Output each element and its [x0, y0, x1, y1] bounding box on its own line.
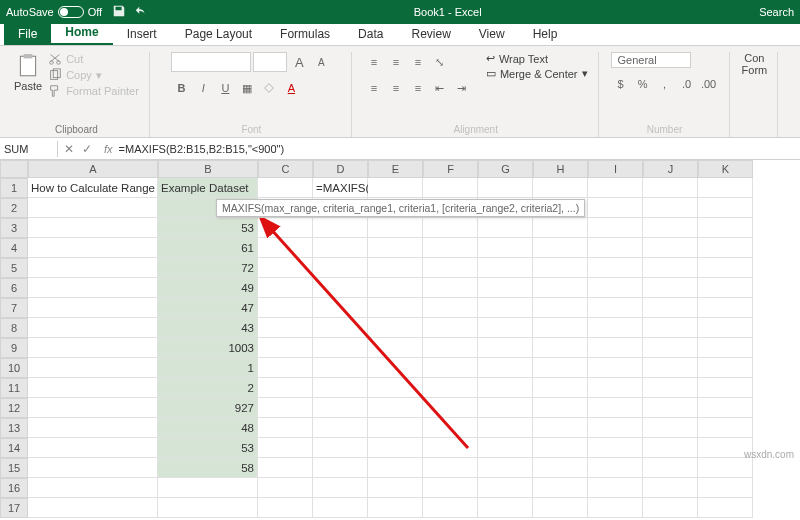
- cell-F9[interactable]: [423, 338, 478, 358]
- cell-D16[interactable]: [313, 478, 368, 498]
- align-right-button[interactable]: ≡: [408, 78, 428, 98]
- cut-button[interactable]: Cut: [48, 52, 139, 66]
- cell-A4[interactable]: [28, 238, 158, 258]
- cell-F17[interactable]: [423, 498, 478, 518]
- cell-B9[interactable]: 1003: [158, 338, 258, 358]
- cell-B15[interactable]: 58: [158, 458, 258, 478]
- cell-I8[interactable]: [588, 318, 643, 338]
- cell-H9[interactable]: [533, 338, 588, 358]
- cell-I11[interactable]: [588, 378, 643, 398]
- cell-H8[interactable]: [533, 318, 588, 338]
- row-header-2[interactable]: 2: [0, 198, 28, 218]
- cell-A12[interactable]: [28, 398, 158, 418]
- cell-K12[interactable]: [698, 398, 753, 418]
- cell-C3[interactable]: [258, 218, 313, 238]
- cell-J3[interactable]: [643, 218, 698, 238]
- cell-G6[interactable]: [478, 278, 533, 298]
- col-header-I[interactable]: I: [588, 160, 643, 178]
- cell-D6[interactable]: [313, 278, 368, 298]
- autosave-toggle[interactable]: [58, 6, 84, 18]
- cell-E15[interactable]: [368, 458, 423, 478]
- cell-F7[interactable]: [423, 298, 478, 318]
- fx-icon[interactable]: fx: [104, 143, 113, 155]
- cell-K4[interactable]: [698, 238, 753, 258]
- cell-J17[interactable]: [643, 498, 698, 518]
- cell-C6[interactable]: [258, 278, 313, 298]
- cell-K2[interactable]: [698, 198, 753, 218]
- cell-K11[interactable]: [698, 378, 753, 398]
- merge-center-button[interactable]: ▭Merge & Center▾: [486, 67, 588, 80]
- cell-E17[interactable]: [368, 498, 423, 518]
- cell-J4[interactable]: [643, 238, 698, 258]
- orientation-button[interactable]: ⤡: [430, 52, 450, 72]
- cell-G16[interactable]: [478, 478, 533, 498]
- cell-I9[interactable]: [588, 338, 643, 358]
- cell-E14[interactable]: [368, 438, 423, 458]
- cell-A8[interactable]: [28, 318, 158, 338]
- cell-A7[interactable]: [28, 298, 158, 318]
- cell-E11[interactable]: [368, 378, 423, 398]
- cell-C10[interactable]: [258, 358, 313, 378]
- cell-F3[interactable]: [423, 218, 478, 238]
- name-box[interactable]: SUM: [0, 141, 58, 157]
- cell-J8[interactable]: [643, 318, 698, 338]
- cell-I5[interactable]: [588, 258, 643, 278]
- cell-G5[interactable]: [478, 258, 533, 278]
- row-header-9[interactable]: 9: [0, 338, 28, 358]
- cell-F11[interactable]: [423, 378, 478, 398]
- cell-C1[interactable]: [258, 178, 313, 198]
- cell-F12[interactable]: [423, 398, 478, 418]
- row-header-8[interactable]: 8: [0, 318, 28, 338]
- cell-B11[interactable]: 2: [158, 378, 258, 398]
- cell-J14[interactable]: [643, 438, 698, 458]
- font-color-button[interactable]: A: [281, 78, 301, 98]
- number-format-select[interactable]: General: [611, 52, 691, 68]
- cell-B12[interactable]: 927: [158, 398, 258, 418]
- cell-B7[interactable]: 47: [158, 298, 258, 318]
- indent-inc-button[interactable]: ⇥: [452, 78, 472, 98]
- cell-C13[interactable]: [258, 418, 313, 438]
- row-header-17[interactable]: 17: [0, 498, 28, 518]
- cell-A9[interactable]: [28, 338, 158, 358]
- cell-G3[interactable]: [478, 218, 533, 238]
- underline-button[interactable]: U: [215, 78, 235, 98]
- tab-home[interactable]: Home: [51, 22, 112, 45]
- cell-H7[interactable]: [533, 298, 588, 318]
- cell-E16[interactable]: [368, 478, 423, 498]
- cell-A14[interactable]: [28, 438, 158, 458]
- row-header-7[interactable]: 7: [0, 298, 28, 318]
- cell-D3[interactable]: [313, 218, 368, 238]
- cell-A13[interactable]: [28, 418, 158, 438]
- cell-E3[interactable]: [368, 218, 423, 238]
- cell-H14[interactable]: [533, 438, 588, 458]
- cell-G11[interactable]: [478, 378, 533, 398]
- cell-K13[interactable]: [698, 418, 753, 438]
- col-header-H[interactable]: H: [533, 160, 588, 178]
- row-header-5[interactable]: 5: [0, 258, 28, 278]
- col-header-K[interactable]: K: [698, 160, 753, 178]
- cell-F6[interactable]: [423, 278, 478, 298]
- search-label[interactable]: Search: [759, 6, 794, 18]
- cell-F10[interactable]: [423, 358, 478, 378]
- cell-H4[interactable]: [533, 238, 588, 258]
- cell-H10[interactable]: [533, 358, 588, 378]
- cell-F16[interactable]: [423, 478, 478, 498]
- cell-C16[interactable]: [258, 478, 313, 498]
- cell-D11[interactable]: [313, 378, 368, 398]
- cell-J16[interactable]: [643, 478, 698, 498]
- cell-I7[interactable]: [588, 298, 643, 318]
- cell-G13[interactable]: [478, 418, 533, 438]
- cell-G17[interactable]: [478, 498, 533, 518]
- cell-H3[interactable]: [533, 218, 588, 238]
- row-header-6[interactable]: 6: [0, 278, 28, 298]
- cell-I12[interactable]: [588, 398, 643, 418]
- cell-C15[interactable]: [258, 458, 313, 478]
- col-header-E[interactable]: E: [368, 160, 423, 178]
- cell-J7[interactable]: [643, 298, 698, 318]
- cell-H6[interactable]: [533, 278, 588, 298]
- cell-J13[interactable]: [643, 418, 698, 438]
- tab-file[interactable]: File: [4, 24, 51, 45]
- cell-B13[interactable]: 48: [158, 418, 258, 438]
- cell-J10[interactable]: [643, 358, 698, 378]
- cell-I3[interactable]: [588, 218, 643, 238]
